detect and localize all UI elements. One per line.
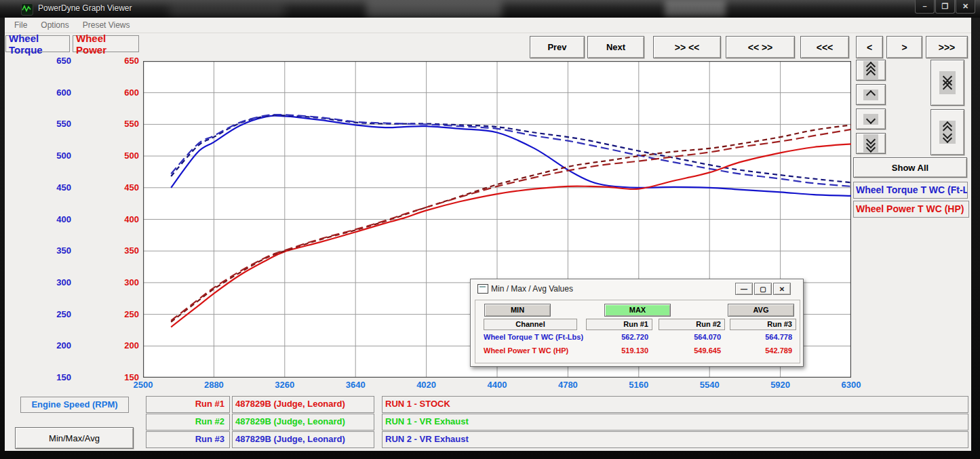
- torque-tick-label: 250: [31, 309, 71, 320]
- menu-options[interactable]: Options: [37, 18, 73, 32]
- power-tick-label: 600: [98, 87, 139, 98]
- channel-name: Wheel Torque T WC (Ft-Lbs): [484, 333, 591, 343]
- compress-x-button[interactable]: >> <<: [653, 36, 721, 58]
- min-mode-button[interactable]: MIN: [484, 304, 551, 317]
- minmaxavg-dialog[interactable]: Min / Max / Avg Values — ▢ ✕ MINMAXAVG C…: [470, 279, 804, 367]
- maximize-button[interactable]: ❐: [935, 0, 955, 14]
- rpm-tick-label: 5540: [688, 380, 731, 391]
- scale-down-fast-button[interactable]: [856, 133, 886, 154]
- app-window: PowerDyne Graph Viewer – ❐ ✕ FileOptions…: [0, 0, 980, 459]
- window-title: PowerDyne Graph Viewer: [38, 3, 132, 13]
- torque-tick-label: 200: [31, 340, 71, 351]
- torque-tick-label: 300: [31, 277, 71, 288]
- torque-axis-header[interactable]: Wheel Torque: [5, 35, 70, 52]
- chevron-up-icon: [866, 89, 876, 99]
- torque-tick-label: 150: [31, 372, 71, 383]
- power-tick-label: 200: [98, 340, 139, 351]
- max-value: 562.720: [586, 333, 648, 343]
- run-label: Run #2: [146, 414, 230, 431]
- dialog-minimize-button[interactable]: —: [735, 283, 753, 295]
- curve-wheel-torque-run-3: [171, 115, 851, 186]
- torque-tick-label: 450: [31, 182, 71, 193]
- run-description[interactable]: RUN 2 - VR Exhaust: [382, 431, 968, 448]
- rpm-tick-label: 3640: [334, 380, 377, 391]
- run-driver[interactable]: 487829B (Judge, Leonard): [232, 396, 374, 413]
- scale-down-button[interactable]: [856, 108, 886, 129]
- expand-y-button[interactable]: [930, 109, 964, 155]
- legend-torque[interactable]: Wheel Torque T WC (Ft-Lbs): [853, 182, 968, 199]
- max-value: 542.789: [730, 346, 792, 357]
- run-description[interactable]: RUN 1 - STOCK: [382, 396, 968, 413]
- power-tick-label: 550: [98, 119, 139, 129]
- power-tick-label: 400: [98, 214, 139, 225]
- rpm-tick-label: 4780: [546, 380, 589, 391]
- show-all-button[interactable]: Show All: [853, 157, 967, 178]
- run-driver[interactable]: 487829B (Judge, Leonard): [232, 414, 374, 431]
- rpm-tick-label: 6300: [829, 380, 873, 391]
- chevron-down-icon: [866, 114, 876, 123]
- rpm-tick-label: 5920: [759, 380, 802, 391]
- run-label: Run #3: [146, 431, 230, 448]
- power-tick-label: 500: [98, 151, 139, 161]
- avg-mode-button[interactable]: AVG: [728, 304, 794, 317]
- torque-tick-label: 500: [31, 151, 71, 161]
- torque-tick-label: 600: [31, 87, 71, 98]
- run-label: Run #1: [146, 396, 230, 413]
- scroll-left-button[interactable]: <: [856, 36, 883, 58]
- torque-tick-label: 350: [31, 245, 71, 256]
- menu-file[interactable]: File: [10, 18, 31, 32]
- scale-down-fast-button-icon: [863, 134, 878, 153]
- titlebar-glass-artifact: [170, 1, 285, 16]
- column-header-run-2: Run #2: [659, 319, 725, 330]
- column-header-run-3: Run #3: [730, 319, 796, 330]
- scale-up-button[interactable]: [856, 84, 886, 105]
- rpm-tick-label: 2500: [121, 380, 165, 391]
- minmaxavg-button[interactable]: Min/Max/Avg: [15, 427, 134, 449]
- scale-up-fast-button[interactable]: [856, 60, 886, 81]
- scroll-far-right-button[interactable]: >>>: [926, 36, 968, 58]
- rpm-tick-label: 2880: [192, 380, 235, 391]
- torque-tick-label: 550: [31, 119, 71, 129]
- max-mode-button[interactable]: MAX: [604, 304, 671, 317]
- scroll-right-button[interactable]: >: [886, 36, 922, 58]
- rpm-tick-label: 4400: [475, 380, 519, 391]
- scroll-far-left-button[interactable]: <<<: [800, 36, 849, 58]
- torque-tick-label: 400: [31, 214, 71, 225]
- titlebar-glass-artifact: [366, 0, 502, 18]
- expand-x-button[interactable]: << >>: [726, 36, 795, 58]
- compress-y-button-icon: [939, 71, 956, 94]
- menu-preset-views[interactable]: Preset Views: [79, 18, 134, 32]
- dialog-close-button[interactable]: ✕: [773, 283, 791, 295]
- dialog-icon: [477, 284, 488, 294]
- dialog-title: Min / Max / Avg Values: [491, 284, 573, 294]
- power-tick-label: 350: [98, 245, 139, 256]
- close-button[interactable]: ✕: [956, 0, 975, 14]
- compress-y-button[interactable]: [930, 60, 964, 106]
- dialog-maximize-button[interactable]: ▢: [754, 283, 772, 295]
- run-description[interactable]: RUN 1 - VR Exhaust: [382, 414, 968, 431]
- run-driver[interactable]: 487829B (Judge, Leonard): [232, 431, 374, 448]
- power-axis-header[interactable]: Wheel Power: [73, 35, 139, 52]
- next-button[interactable]: Next: [587, 36, 644, 58]
- channel-name: Wheel Power T WC (HP): [484, 346, 591, 357]
- rpm-tick-label: 4020: [405, 380, 448, 391]
- scale-down-button-icon: [863, 114, 878, 125]
- minimize-button[interactable]: –: [915, 0, 935, 14]
- expand-y-button-icon: [939, 121, 956, 144]
- window-controls: – ❐ ✕: [914, 0, 975, 14]
- power-tick-label: 650: [98, 56, 139, 66]
- menu-bar: FileOptionsPreset Views: [5, 18, 971, 33]
- scale-up-fast-button-icon: [863, 61, 878, 80]
- column-header-channel: Channel: [484, 319, 577, 330]
- curve-wheel-torque-run-2: [171, 115, 851, 182]
- power-tick-label: 300: [98, 277, 139, 288]
- app-icon: [21, 3, 33, 16]
- max-value: 519.130: [586, 346, 648, 357]
- torque-tick-label: 650: [31, 56, 71, 66]
- prev-button[interactable]: Prev: [530, 36, 585, 58]
- legend-power[interactable]: Wheel Power T WC (HP): [853, 201, 969, 218]
- max-value: 564.070: [659, 333, 721, 343]
- max-value: 564.778: [730, 333, 792, 343]
- max-value: 549.645: [659, 346, 721, 357]
- power-tick-label: 250: [98, 309, 139, 320]
